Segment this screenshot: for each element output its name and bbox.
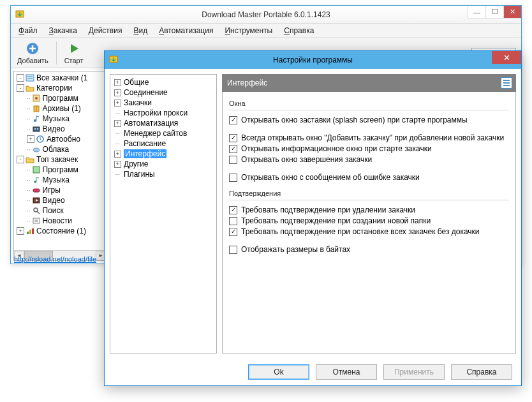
tree-item[interactable]: ··Видео xyxy=(14,195,106,205)
plus-icon xyxy=(25,41,40,56)
tree-label: Топ закачек xyxy=(36,155,78,164)
checkbox-row[interactable]: Требовать подтверждение при остановке вс… xyxy=(229,227,509,236)
expand-icon[interactable]: - xyxy=(17,84,24,92)
expand-icon[interactable]: + xyxy=(114,79,121,86)
settings-tree-item[interactable]: Плагины xyxy=(112,169,215,179)
checkbox-row[interactable]: Открывать окно завершения закачки xyxy=(229,155,509,164)
expand-icon[interactable]: + xyxy=(17,227,24,235)
tree-item[interactable]: ··Архивы (1) xyxy=(14,103,106,114)
settings-tree-item[interactable]: +Закачки xyxy=(112,98,215,108)
tree-item[interactable]: ··Видео xyxy=(14,124,106,134)
start-button[interactable]: Старт xyxy=(61,40,87,66)
menu-help[interactable]: Справка xyxy=(279,25,319,36)
settings-titlebar[interactable]: Настройки программы ✕ xyxy=(105,51,521,69)
menu-automation[interactable]: Автоматизация xyxy=(154,25,218,36)
tree-label: Программ xyxy=(43,165,78,174)
tree-label: Автоматизация xyxy=(124,119,178,128)
cancel-button[interactable]: Отмена xyxy=(316,364,377,380)
svg-rect-25 xyxy=(29,230,31,234)
tree-label: Плагины xyxy=(124,170,155,179)
settings-icon xyxy=(108,55,119,65)
svg-rect-2 xyxy=(26,75,34,81)
checkbox-row[interactable]: Открывать информационное окно при старте… xyxy=(229,144,509,153)
tree-label: Состояние (1) xyxy=(36,227,86,235)
expand-icon[interactable]: + xyxy=(114,100,121,107)
tree-item[interactable]: ··Музыка xyxy=(14,114,106,124)
add-button[interactable]: Добавить xyxy=(13,40,52,66)
tree-connector xyxy=(114,171,121,178)
tree-item[interactable]: +Автообно xyxy=(14,134,106,144)
settings-tree[interactable]: +Общие+Соединение+ЗакачкиНастройки прокс… xyxy=(110,74,217,354)
settings-tree-item[interactable]: +Автоматизация xyxy=(112,118,215,128)
tree-item[interactable]: -Категории xyxy=(14,83,106,93)
tree-label: Настройки прокси xyxy=(124,108,188,117)
tree-label: Видео xyxy=(43,124,65,133)
settings-title: Настройки программы xyxy=(273,56,353,64)
checkbox-row[interactable]: Открывать окно заставки (splash screen) … xyxy=(229,115,509,124)
checkbox-row[interactable]: Требовать подтверждение при удалении зак… xyxy=(229,205,509,214)
games-icon xyxy=(32,186,41,195)
minimize-button[interactable]: — xyxy=(468,6,485,19)
tree-item[interactable]: ··Новости xyxy=(14,216,106,226)
settings-tree-item[interactable]: Расписание xyxy=(112,138,215,149)
news-icon xyxy=(32,216,41,225)
tree-label: Закачки xyxy=(124,98,152,107)
checkbox-icon xyxy=(229,246,237,254)
svg-rect-26 xyxy=(32,228,34,234)
expand-icon[interactable]: - xyxy=(17,74,24,82)
tree-item[interactable]: ··Поиск xyxy=(14,205,106,216)
apply-button[interactable]: Применить xyxy=(383,364,445,380)
settings-tree-item[interactable]: Настройки прокси xyxy=(112,108,215,118)
svg-point-9 xyxy=(34,119,36,122)
tree-item[interactable]: ··Музыка xyxy=(14,175,106,185)
section-header: Интерфейс xyxy=(222,74,516,92)
menu-actions[interactable]: Действия xyxy=(84,25,128,36)
expand-icon[interactable]: + xyxy=(27,135,34,143)
maximize-button[interactable]: ☐ xyxy=(485,6,503,19)
folder-icon xyxy=(26,84,34,93)
main-titlebar[interactable]: Download Master Portable 6.0.1.1423 — ☐ … xyxy=(11,6,521,24)
expand-icon[interactable]: + xyxy=(114,89,121,96)
checkbox-bytes[interactable]: Отображать размеры в байтах xyxy=(229,245,509,254)
tree-label: Интерфейс xyxy=(124,149,166,158)
tree-item[interactable]: +Состояние (1) xyxy=(14,226,106,236)
tree-item[interactable]: -Все закачки (1 xyxy=(14,73,106,83)
tree-item[interactable]: ··Программ xyxy=(14,165,106,175)
settings-tree-item[interactable]: +Общие xyxy=(112,77,215,87)
expand-icon[interactable]: + xyxy=(114,161,121,168)
tree-item[interactable]: ··Облака xyxy=(14,144,106,154)
settings-tree-item[interactable]: +Другие xyxy=(112,159,215,169)
expand-icon[interactable]: - xyxy=(17,156,24,163)
tree-label: Менеджер сайтов xyxy=(124,129,187,138)
checkbox-row[interactable]: Открывать окно с сообщением об ошибке за… xyxy=(229,173,509,182)
tree-label: Музыка xyxy=(43,114,70,123)
checkbox-row[interactable]: Всегда открывать окно "Добавить закачку"… xyxy=(229,133,509,142)
svg-rect-10 xyxy=(33,127,40,131)
expand-icon[interactable]: + xyxy=(114,151,121,158)
svg-rect-17 xyxy=(33,189,40,192)
settings-tree-item[interactable]: +Интерфейс xyxy=(112,149,215,159)
tree-item[interactable]: ··Игры xyxy=(14,185,106,195)
menu-download[interactable]: Закачка xyxy=(44,25,82,36)
group-windows-label: Окна xyxy=(229,100,509,107)
state-icon xyxy=(26,227,34,235)
music-icon xyxy=(32,114,41,123)
help-button[interactable]: Справка xyxy=(451,364,512,380)
settings-tree-item[interactable]: +Соединение xyxy=(112,87,215,98)
tree-connector: ·· xyxy=(27,105,31,112)
tree-label: Общие xyxy=(124,78,149,87)
close-button[interactable]: ✕ xyxy=(503,6,521,19)
checkbox-row[interactable]: Требовать подтверждение при создании нов… xyxy=(229,216,509,225)
tree-item[interactable]: -Топ закачек xyxy=(14,154,106,165)
ok-button[interactable]: Ok xyxy=(248,364,309,380)
footer-link[interactable]: http://rsload.net/noload/file xyxy=(14,255,96,263)
menu-file[interactable]: Файл xyxy=(13,25,43,36)
tree-item[interactable]: ··Программ xyxy=(14,93,106,103)
category-tree[interactable]: -Все закачки (1-Категории··Программ··Арх… xyxy=(13,71,107,261)
settings-close-button[interactable]: ✕ xyxy=(492,51,521,64)
expand-icon[interactable]: + xyxy=(114,120,121,127)
menu-view[interactable]: Вид xyxy=(128,25,152,36)
menu-tools[interactable]: Инструменты xyxy=(219,25,277,36)
tree-label: Соединение xyxy=(124,88,168,97)
settings-tree-item[interactable]: Менеджер сайтов xyxy=(112,128,215,138)
